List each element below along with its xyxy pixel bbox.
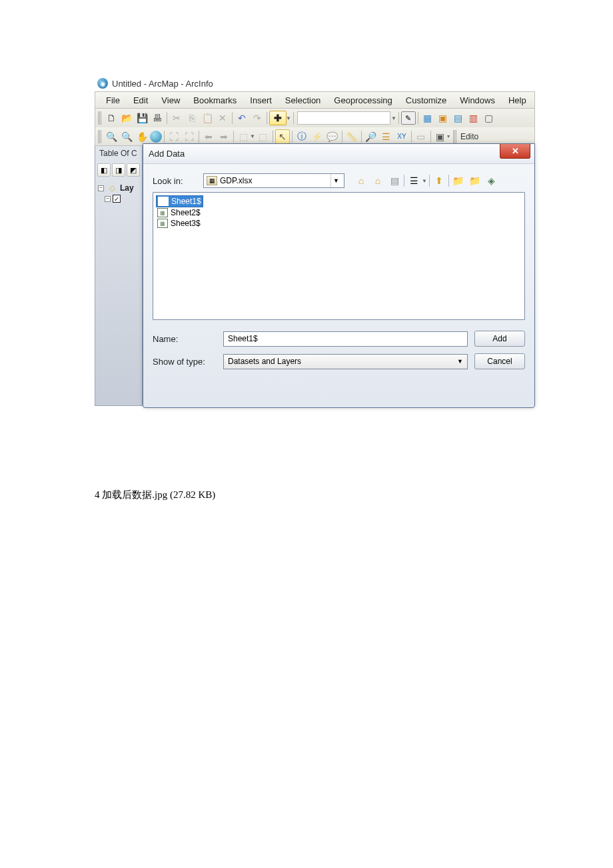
tree-collapse-icon[interactable]: − <box>105 196 111 202</box>
forward-icon[interactable]: ➡ <box>217 129 231 144</box>
cancel-button[interactable]: Cancel <box>474 353 525 369</box>
fixed-zoom-out-icon[interactable]: ⛶ <box>182 129 197 144</box>
separator <box>361 131 362 143</box>
python-icon[interactable]: ▥ <box>466 111 481 125</box>
file-item-sheet3[interactable]: ▦ Sheet3$ <box>156 218 202 229</box>
file-item-sheet1[interactable]: ▦ Sheet1$ <box>156 195 203 207</box>
select-dropdown[interactable]: ▼ <box>250 133 255 139</box>
add-data-dialog: Add Data ✕ Look in: ▦ GDP.xlsx ▼ ⌂ ⌂ ▤ <box>143 143 535 408</box>
add-data-dropdown[interactable]: ▼ <box>286 115 291 121</box>
viewer-dropdown[interactable]: ▾ <box>447 133 450 139</box>
zoom-out-icon[interactable]: 🔍 <box>119 129 134 144</box>
pan-icon[interactable]: ✋ <box>135 129 149 144</box>
add-button[interactable]: Add <box>474 331 525 347</box>
dropdown-arrow-icon[interactable]: ▼ <box>330 174 341 187</box>
file-list[interactable]: ▦ Sheet1$ ▦ Sheet2$ ▦ Sheet3$ <box>153 192 525 320</box>
home-icon[interactable]: ⌂ <box>354 173 368 188</box>
search-window-icon[interactable]: ▤ <box>451 111 466 125</box>
scale-dropdown[interactable]: ▼ <box>391 115 396 121</box>
find-icon[interactable]: 🔎 <box>364 129 378 144</box>
look-in-value: GDP.xlsx <box>220 176 328 185</box>
separator <box>418 112 418 124</box>
undo-icon[interactable]: ↶ <box>235 111 249 125</box>
list-by-source-icon[interactable]: ◨ <box>112 163 125 177</box>
layer-checkbox[interactable]: ✓ <box>113 195 121 203</box>
separator <box>430 131 431 143</box>
toolbar-grip[interactable] <box>98 111 101 125</box>
separator <box>411 131 412 143</box>
toolbar-grip[interactable] <box>98 130 101 143</box>
dialog-title: Add Data <box>143 144 534 164</box>
menu-insert[interactable]: Insert <box>243 93 279 107</box>
editor-toolbar-icon[interactable]: ✎ <box>401 111 416 125</box>
up-one-level-icon[interactable]: ⬆ <box>432 173 446 188</box>
new-icon[interactable]: 🗋 <box>104 111 119 125</box>
separator <box>199 131 199 143</box>
hyperlink-icon[interactable]: ⚡ <box>310 129 324 144</box>
menu-file[interactable]: File <box>99 93 127 107</box>
view-dropdown[interactable]: ▼ <box>422 178 427 184</box>
menu-bookmarks[interactable]: Bookmarks <box>187 93 243 107</box>
redo-icon[interactable]: ↷ <box>250 111 265 125</box>
list-by-drawing-icon[interactable]: ◧ <box>97 163 111 177</box>
measure-icon[interactable]: 📏 <box>344 129 359 144</box>
menu-help[interactable]: Help <box>502 93 533 107</box>
time-slider-icon[interactable]: ▭ <box>414 129 428 144</box>
zoom-in-icon[interactable]: 🔍 <box>104 129 119 144</box>
paste-icon[interactable]: 📋 <box>200 111 215 125</box>
copy-icon[interactable]: ⎘ <box>185 111 199 125</box>
full-extent-icon[interactable] <box>150 131 162 143</box>
separator <box>448 175 449 187</box>
close-button[interactable]: ✕ <box>500 144 530 159</box>
table-icon: ▦ <box>158 197 169 206</box>
catalog-tree-icon[interactable]: ▤ <box>387 173 402 188</box>
add-connection-icon[interactable]: ◈ <box>484 173 499 188</box>
editor-label[interactable]: Edito <box>460 132 478 141</box>
file-item-sheet2[interactable]: ▦ Sheet2$ <box>156 207 202 218</box>
name-input[interactable]: Sheet1$ <box>223 331 468 347</box>
back-icon[interactable]: ⬅ <box>201 129 216 144</box>
look-in-dropdown[interactable]: ▦ GDP.xlsx ▼ <box>203 173 344 188</box>
html-popup-icon[interactable]: 💬 <box>325 129 340 144</box>
menu-windows[interactable]: Windows <box>453 93 502 107</box>
separator <box>273 131 273 143</box>
separator <box>398 112 399 124</box>
cut-icon[interactable]: ✂ <box>169 111 184 125</box>
delete-icon[interactable]: ✕ <box>215 111 230 125</box>
connect-folder-icon[interactable]: 📁 <box>468 173 482 188</box>
clear-selection-icon[interactable]: ⬚ <box>256 129 271 144</box>
tree-collapse-icon[interactable]: − <box>98 185 104 191</box>
new-folder-icon[interactable]: 📁 <box>451 173 466 188</box>
misc-icon[interactable]: ▢ <box>482 111 496 125</box>
viewer-icon[interactable]: ▣ <box>433 129 448 144</box>
menu-customize[interactable]: Customize <box>399 93 453 107</box>
separator <box>167 112 167 124</box>
toolbar-grip[interactable] <box>453 130 456 143</box>
goto-xy-icon[interactable]: XY <box>394 129 409 144</box>
menu-selection[interactable]: Selection <box>279 93 327 107</box>
list-view-icon[interactable]: ☰ <box>406 173 421 188</box>
look-in-label: Look in: <box>153 176 198 186</box>
fixed-zoom-in-icon[interactable]: ⛶ <box>167 129 181 144</box>
toolbox-icon[interactable]: ▦ <box>420 111 435 125</box>
add-data-button[interactable]: ✚ <box>269 111 287 125</box>
show-of-type-label: Show of type: <box>153 357 217 367</box>
catalog-icon[interactable]: ▣ <box>436 111 450 125</box>
pointer-icon[interactable]: ↖ <box>275 129 290 144</box>
menu-edit[interactable]: Edit <box>127 93 155 107</box>
menu-view[interactable]: View <box>155 93 187 107</box>
list-by-visibility-icon[interactable]: ◩ <box>127 163 140 177</box>
scale-input[interactable] <box>297 111 390 125</box>
identify-icon[interactable]: ⓘ <box>295 129 309 144</box>
open-icon[interactable]: 📂 <box>119 111 134 125</box>
select-features-icon[interactable]: ⬚ <box>236 129 251 144</box>
find-route-icon[interactable]: ☰ <box>379 129 394 144</box>
default-gdb-icon[interactable]: ⌂ <box>370 173 385 188</box>
menu-geoprocessing[interactable]: Geoprocessing <box>327 93 398 107</box>
xlsx-icon: ▦ <box>207 176 217 185</box>
show-of-type-dropdown[interactable]: Datasets and Layers ▼ <box>223 354 468 369</box>
print-icon[interactable]: 🖶 <box>150 111 165 125</box>
separator <box>342 131 342 143</box>
table-icon: ▦ <box>157 219 168 228</box>
save-icon[interactable]: 💾 <box>135 111 149 125</box>
